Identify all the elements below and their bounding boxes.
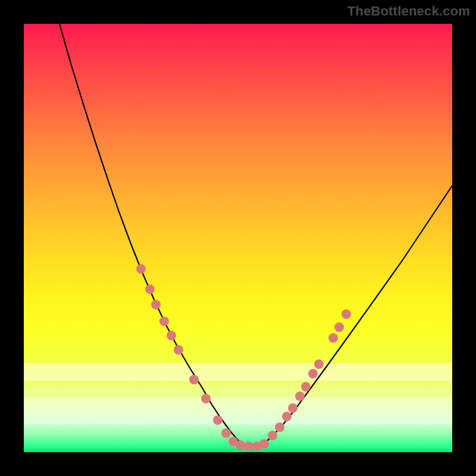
curve-marker [167,331,176,340]
chart-svg [24,24,452,452]
curve-marker [221,428,231,438]
curve-marker [213,415,223,425]
bottleneck-curve [60,24,452,446]
curve-marker [268,431,277,440]
plot-area [24,24,452,452]
curve-marker [189,375,199,384]
curve-marker [236,440,245,450]
curve-marker [136,264,146,274]
curve-marker [314,359,324,369]
curve-marker [342,309,351,319]
curve-marker [145,284,155,294]
chart-frame: TheBottleneck.com [0,0,476,476]
curve-marker [159,317,169,326]
curve-marker [275,422,284,432]
curve-marker [334,322,344,332]
curve-marker [151,300,161,309]
curve-marker [328,333,338,343]
curve-marker [308,369,318,378]
watermark: TheBottleneck.com [347,4,470,19]
curve-marker [282,412,292,421]
curve-marker [174,345,183,355]
curve-marker [244,441,253,451]
curve-marker [288,403,298,413]
curve-marker [301,382,311,392]
curve-marker [201,394,211,403]
curve-marker [295,392,305,401]
curve-marker [259,439,269,449]
curve-markers [136,264,351,451]
